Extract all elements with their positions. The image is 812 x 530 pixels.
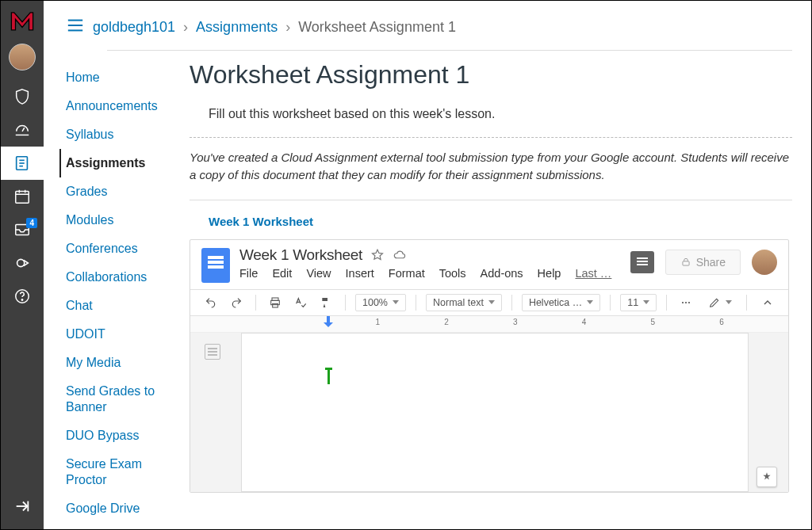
breadcrumb-sep: ›: [183, 19, 188, 36]
doc-menu-item[interactable]: Add-ons: [481, 267, 523, 280]
user-avatar[interactable]: [9, 44, 36, 71]
coursenav-item[interactable]: UDOIT: [63, 320, 186, 349]
nav-commons-icon[interactable]: [1, 246, 44, 280]
share-button-label: Share: [696, 256, 726, 269]
doc-menu-item[interactable]: Edit: [272, 267, 292, 280]
coursenav-item[interactable]: Send Grades to Banner: [63, 377, 186, 421]
course-navigation: HomeAnnouncementsSyllabusAssignmentsGrad…: [44, 51, 186, 529]
comments-icon[interactable]: [630, 251, 654, 273]
coursenav-item[interactable]: Conferences: [63, 234, 186, 263]
spellcheck-icon[interactable]: [291, 293, 310, 312]
breadcrumb-section[interactable]: Assignments: [196, 19, 278, 36]
docs-file-icon[interactable]: [201, 248, 230, 283]
ruler-tick: 3: [513, 318, 582, 330]
hide-menus-icon[interactable]: [758, 293, 777, 312]
coursenav-item[interactable]: Collaborations: [63, 263, 186, 292]
coursenav-item[interactable]: Home: [63, 63, 186, 92]
ruler-tick: [307, 318, 376, 330]
coursenav-item[interactable]: Syllabus: [63, 120, 186, 149]
zoom-dropdown[interactable]: 100%: [355, 294, 406, 311]
doc-menu-item[interactable]: Help: [538, 267, 561, 280]
paragraph-style-dropdown[interactable]: Normal text: [426, 294, 502, 311]
page-title: Worksheet Assignment 1: [190, 60, 792, 90]
cloud-assignment-notice: You've created a Cloud Assignment extern…: [190, 149, 792, 184]
doc-menu-bar: FileEditViewInsertFormatToolsAdd-onsHelp…: [239, 267, 621, 280]
inbox-badge: 4: [26, 218, 37, 228]
nav-courses-icon[interactable]: [1, 147, 44, 180]
topbar: goldbegh101 › Assignments › Worksheet As…: [44, 1, 811, 45]
doc-page[interactable]: [241, 333, 749, 492]
text-cursor: [327, 370, 330, 384]
nav-admin-icon[interactable]: [1, 80, 44, 113]
editing-mode-icon[interactable]: [705, 293, 735, 312]
coursenav-item[interactable]: Grades: [63, 177, 186, 206]
svg-point-22: [688, 301, 690, 303]
document-link[interactable]: Week 1 Worksheet: [209, 215, 792, 228]
page-body: Worksheet Assignment 1 Fill out this wor…: [186, 51, 811, 529]
more-tools-icon[interactable]: [676, 293, 695, 312]
ruler-tick: 2: [444, 318, 513, 330]
ruler-tick: 4: [582, 318, 651, 330]
doc-canvas: [190, 333, 788, 492]
coursenav-item[interactable]: Announcements: [63, 92, 186, 120]
print-icon[interactable]: [266, 293, 285, 312]
coursenav-item[interactable]: Modules: [63, 206, 186, 234]
coursenav-item[interactable]: Secure Exam Proctor: [63, 450, 186, 494]
ruler-tick: 1: [376, 318, 445, 330]
google-doc-embed: Week 1 Worksheet FileEditViewInsertForma…: [190, 239, 789, 493]
svg-point-20: [682, 301, 684, 303]
coursenav-item[interactable]: DUO Bypass: [63, 421, 186, 450]
doc-user-avatar[interactable]: [752, 250, 777, 275]
font-family-dropdown[interactable]: Helvetica …: [522, 294, 600, 311]
nav-inbox-icon[interactable]: 4: [1, 213, 44, 246]
svg-point-21: [685, 301, 687, 303]
doc-ruler[interactable]: 123456: [190, 316, 788, 333]
svg-rect-18: [273, 303, 278, 307]
star-icon[interactable]: [370, 248, 385, 262]
breadcrumb-course[interactable]: goldbegh101: [93, 19, 175, 36]
doc-last-edit[interactable]: Last …: [575, 267, 611, 280]
main-region: goldbegh101 › Assignments › Worksheet As…: [44, 1, 811, 529]
nav-dashboard-icon[interactable]: [1, 113, 44, 147]
content-row: HomeAnnouncementsSyllabusAssignmentsGrad…: [44, 51, 811, 529]
svg-rect-15: [683, 261, 689, 265]
dotted-divider: [190, 137, 792, 138]
paint-format-icon[interactable]: [316, 293, 335, 312]
coursenav-item[interactable]: Chat: [63, 292, 186, 320]
coursenav-item[interactable]: Assignments: [59, 149, 186, 177]
doc-menu-item[interactable]: Format: [389, 267, 425, 280]
svg-point-9: [17, 259, 25, 266]
share-button[interactable]: Share: [665, 250, 741, 275]
coursenav-item[interactable]: Cisco Webex: [63, 523, 186, 529]
institution-logo[interactable]: [7, 6, 37, 36]
doc-title[interactable]: Week 1 Worksheet: [239, 246, 362, 264]
course-menu-toggle[interactable]: [66, 17, 85, 37]
global-nav-rail: 4: [1, 1, 44, 529]
svg-rect-4: [16, 192, 29, 204]
ruler-tick: 6: [719, 318, 788, 330]
nav-calendar-icon[interactable]: [1, 180, 44, 213]
assignment-description: Fill out this worksheet based on this we…: [209, 107, 792, 121]
ruler-tick: 5: [651, 318, 720, 330]
doc-header: Week 1 Worksheet FileEditViewInsertForma…: [190, 240, 788, 283]
divider: [190, 200, 792, 200]
nav-help-icon[interactable]: [1, 280, 44, 313]
coursenav-item[interactable]: Google Drive: [63, 494, 186, 523]
doc-toolbar: 100% Normal text Helvetica … 11: [190, 289, 788, 316]
cloud-icon[interactable]: [393, 248, 407, 262]
breadcrumb-current: Worksheet Assignment 1: [298, 19, 456, 36]
nav-collapse-icon[interactable]: [1, 490, 44, 523]
doc-menu-item[interactable]: Insert: [346, 267, 374, 280]
doc-menu-item[interactable]: Tools: [439, 267, 466, 280]
doc-menu-item[interactable]: File: [239, 267, 258, 280]
redo-icon[interactable]: [227, 293, 246, 312]
breadcrumb-sep: ›: [285, 19, 290, 36]
document-outline-icon[interactable]: [205, 344, 220, 360]
doc-menu-item[interactable]: View: [306, 267, 331, 280]
font-size-dropdown[interactable]: 11: [620, 294, 657, 311]
svg-point-11: [21, 299, 22, 300]
coursenav-item[interactable]: My Media: [63, 349, 186, 377]
undo-icon[interactable]: [201, 293, 220, 312]
breadcrumb: goldbegh101 › Assignments › Worksheet As…: [93, 19, 456, 36]
explore-button[interactable]: [756, 467, 777, 487]
